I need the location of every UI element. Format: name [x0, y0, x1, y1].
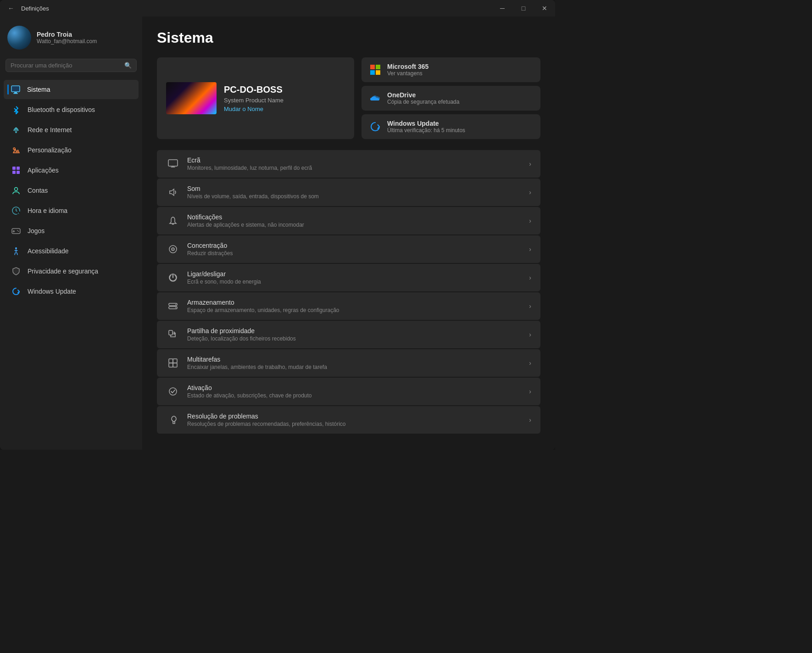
windows-update-card[interactable]: Windows Update Última verificação: há 5 … [362, 114, 540, 139]
microsoft365-card[interactable]: Microsoft 365 Ver vantagens [362, 57, 540, 82]
settings-item-ativacao[interactable]: Ativação Estado de ativação, subscrições… [157, 378, 540, 405]
settings-item-resolucao[interactable]: Resolução de problemas Resoluções de pro… [157, 406, 540, 434]
sidebar-label-privacidade: Privacidade e segurança [28, 268, 98, 275]
resolucao-subtitle: Resoluções de problemas recomendadas, pr… [187, 421, 522, 427]
svg-point-9 [15, 188, 18, 191]
search-box[interactable]: 🔍 [6, 59, 137, 72]
settings-item-armazenamento[interactable]: Armazenamento Espaço de armazenamento, u… [157, 292, 540, 320]
ligar-text: Ligar/desligar Ecrã e sono, modo de ener… [187, 270, 522, 285]
partilha-chevron: › [529, 331, 531, 338]
active-indicator [7, 84, 9, 95]
search-icon: 🔍 [124, 62, 132, 69]
page-title: Sistema [157, 29, 540, 46]
svg-point-25 [175, 307, 176, 308]
avatar [7, 26, 31, 50]
pc-rename-link[interactable]: Mudar o Nome [224, 106, 284, 112]
pc-card: PC-DO-BOSS System Product Name Mudar o N… [157, 57, 354, 139]
onedrive-icon [369, 92, 382, 105]
windows-update-text: Windows Update Última verificação: há 5 … [387, 120, 465, 134]
som-subtitle: Níveis de volume, saída, entrada, dispos… [187, 193, 522, 200]
sidebar-item-acessibilidade[interactable]: Acessibilidade [4, 241, 139, 261]
microsoft365-subtitle: Ver vantagens [387, 70, 428, 77]
rede-icon [11, 125, 21, 135]
armazenamento-subtitle: Espaço de armazenamento, unidades, regra… [187, 307, 522, 313]
som-icon [166, 185, 180, 199]
sidebar-item-windows-update[interactable]: Windows Update [4, 282, 139, 301]
microsoft365-text: Microsoft 365 Ver vantagens [387, 63, 428, 77]
user-profile[interactable]: Pedro Troia Watto_fan@hotmail.com [0, 20, 142, 59]
titlebar: ← Definições ─ □ ✕ [0, 0, 555, 17]
acessibilidade-icon [11, 246, 21, 256]
svg-rect-2 [13, 93, 18, 94]
contas-icon [11, 185, 21, 195]
ligar-title: Ligar/desligar [187, 270, 522, 278]
sidebar-item-personalizacao[interactable]: Personalização [4, 140, 139, 160]
sidebar-item-aplicacoes[interactable]: Aplicações [4, 161, 139, 180]
sidebar-item-rede[interactable]: Rede e Internet [4, 120, 139, 140]
back-button[interactable]: ← [6, 3, 17, 14]
concentracao-icon [166, 242, 180, 256]
ativacao-chevron: › [529, 388, 531, 395]
aplicacoes-icon [11, 165, 21, 175]
sidebar-label-aplicacoes: Aplicações [28, 167, 59, 174]
settings-item-notificacoes[interactable]: Notificações Alertas de aplicações e sis… [157, 207, 540, 234]
svg-rect-29 [169, 363, 173, 367]
pc-model: System Product Name [224, 97, 284, 104]
svg-point-20 [172, 249, 173, 250]
sidebar-item-jogos[interactable]: Jogos [4, 221, 139, 240]
armazenamento-icon [166, 299, 180, 313]
notificacoes-title: Notificações [187, 213, 522, 221]
svg-rect-1 [14, 92, 17, 93]
som-text: Som Níveis de volume, saída, entrada, di… [187, 185, 522, 200]
onedrive-subtitle: Cópia de segurança efetuada [387, 99, 459, 105]
sidebar: Pedro Troia Watto_fan@hotmail.com 🔍 [0, 17, 142, 450]
settings-item-partilha[interactable]: Partilha de proximidade Deteção, localiz… [157, 321, 540, 348]
sidebar-label-windows-update: Windows Update [28, 288, 76, 295]
sidebar-label-hora: Hora e idioma [28, 207, 67, 214]
close-button[interactable]: ✕ [534, 0, 555, 17]
windows-update-title: Windows Update [387, 120, 465, 127]
onedrive-card[interactable]: OneDrive Cópia de segurança efetuada [362, 86, 540, 111]
window-title: Definições [21, 5, 49, 12]
maximize-button[interactable]: □ [513, 0, 534, 17]
ligar-icon [166, 271, 180, 285]
windows-update-icon [11, 286, 21, 296]
settings-item-multitarefas[interactable]: Multitarefas Encaixar janelas, ambientes… [157, 349, 540, 377]
windows-update-card-icon [369, 120, 382, 133]
svg-point-3 [15, 131, 17, 133]
settings-item-som[interactable]: Som Níveis de volume, saída, entrada, di… [157, 179, 540, 206]
partilha-icon [166, 328, 180, 341]
resolucao-title: Resolução de problemas [187, 413, 522, 420]
microsoft365-icon [369, 63, 382, 76]
armazenamento-chevron: › [529, 302, 531, 310]
ligar-chevron: › [529, 274, 531, 281]
pc-info: PC-DO-BOSS System Product Name Mudar o N… [224, 84, 284, 112]
sidebar-item-bluetooth[interactable]: Bluetooth e dispositivos [4, 100, 139, 119]
settings-item-ligar[interactable]: Ligar/desligar Ecrã e sono, modo de ener… [157, 264, 540, 291]
sidebar-label-bluetooth: Bluetooth e dispositivos [28, 106, 95, 113]
search-input[interactable] [11, 62, 121, 69]
svg-rect-27 [169, 359, 173, 363]
settings-item-concentracao[interactable]: Concentração Reduzir distrações › [157, 235, 540, 263]
minimize-button[interactable]: ─ [492, 0, 513, 17]
settings-item-ecra[interactable]: Ecrã Monitores, luminosidade, luz noturn… [157, 150, 540, 178]
top-cards: PC-DO-BOSS System Product Name Mudar o N… [157, 57, 540, 139]
onedrive-title: OneDrive [387, 91, 459, 99]
concentracao-chevron: › [529, 246, 531, 253]
privacidade-icon [11, 266, 21, 276]
svg-point-24 [175, 304, 176, 305]
svg-point-31 [169, 388, 177, 395]
svg-rect-7 [12, 171, 16, 174]
svg-rect-26 [169, 330, 172, 335]
multitarefas-icon [166, 356, 180, 370]
user-name: Pedro Troia [37, 31, 97, 38]
sidebar-item-sistema[interactable]: Sistema [4, 80, 139, 99]
sidebar-item-hora[interactable]: A Hora e idioma [4, 201, 139, 220]
sidebar-item-contas[interactable]: Contas [4, 181, 139, 200]
svg-point-4 [13, 148, 15, 150]
sidebar-item-privacidade[interactable]: Privacidade e segurança [4, 262, 139, 281]
ativacao-subtitle: Estado de ativação, subscrições, chave d… [187, 392, 522, 399]
microsoft365-title: Microsoft 365 [387, 63, 428, 70]
svg-rect-6 [17, 167, 20, 170]
hora-icon: A [11, 206, 21, 216]
